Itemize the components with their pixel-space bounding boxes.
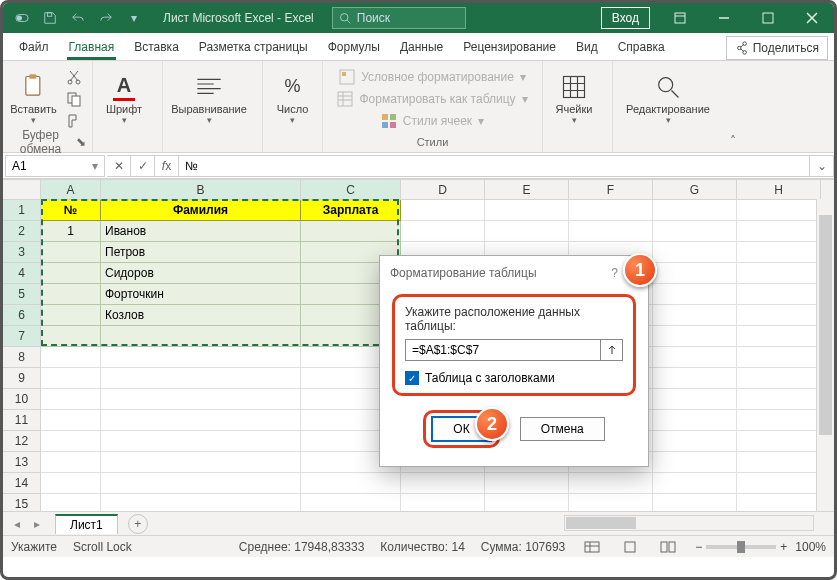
empty-cell[interactable]: [485, 200, 569, 221]
headers-checkbox[interactable]: ✓ Таблица с заголовками: [405, 371, 623, 385]
empty-cell[interactable]: [653, 494, 737, 511]
data-cell[interactable]: [41, 242, 101, 263]
tab-layout[interactable]: Разметка страницы: [189, 34, 318, 60]
data-cell[interactable]: [41, 284, 101, 305]
data-cell[interactable]: [41, 305, 101, 326]
save-icon[interactable]: [39, 7, 61, 29]
conditional-formatting-button[interactable]: Условное форматирование▾: [335, 67, 530, 87]
empty-cell[interactable]: [485, 494, 569, 511]
data-cell[interactable]: [101, 326, 301, 347]
empty-cell[interactable]: [653, 326, 737, 347]
empty-cell[interactable]: [737, 305, 821, 326]
empty-cell[interactable]: [101, 389, 301, 410]
empty-cell[interactable]: [653, 200, 737, 221]
chevron-down-icon[interactable]: ▾: [92, 159, 98, 173]
empty-cell[interactable]: [653, 410, 737, 431]
empty-cell[interactable]: [737, 368, 821, 389]
row-header[interactable]: 15: [3, 494, 41, 511]
empty-cell[interactable]: [653, 368, 737, 389]
column-header[interactable]: D: [401, 180, 485, 200]
redo-icon[interactable]: [95, 7, 117, 29]
vertical-scrollbar[interactable]: [816, 199, 834, 511]
fx-icon[interactable]: fx: [155, 155, 179, 177]
row-header[interactable]: 14: [3, 473, 41, 494]
number-button[interactable]: %Число▾: [269, 66, 316, 132]
cancel-button[interactable]: Отмена: [520, 417, 605, 441]
tab-data[interactable]: Данные: [390, 34, 453, 60]
data-cell[interactable]: [41, 263, 101, 284]
empty-cell[interactable]: [653, 347, 737, 368]
sheet-nav-last-icon[interactable]: ▸: [27, 514, 47, 534]
row-header[interactable]: 12: [3, 431, 41, 452]
collapse-ribbon-icon[interactable]: ˄: [723, 61, 743, 152]
empty-cell[interactable]: [737, 473, 821, 494]
data-cell[interactable]: [41, 326, 101, 347]
name-box[interactable]: A1▾: [5, 155, 105, 177]
data-cell[interactable]: Петров: [101, 242, 301, 263]
empty-cell[interactable]: [569, 473, 653, 494]
empty-cell[interactable]: [101, 410, 301, 431]
horizontal-scrollbar[interactable]: [564, 515, 814, 531]
range-picker-icon[interactable]: [600, 340, 622, 360]
empty-cell[interactable]: [41, 368, 101, 389]
zoom-slider[interactable]: −+ 100%: [695, 540, 826, 554]
header-cell[interactable]: Зарплата: [301, 200, 401, 221]
empty-cell[interactable]: [485, 473, 569, 494]
column-header[interactable]: F: [569, 180, 653, 200]
tab-help[interactable]: Справка: [608, 34, 675, 60]
empty-cell[interactable]: [101, 494, 301, 511]
empty-cell[interactable]: [401, 200, 485, 221]
range-input[interactable]: =$A$1:$C$7: [405, 339, 623, 361]
empty-cell[interactable]: [569, 494, 653, 511]
minimize-icon[interactable]: [702, 3, 746, 33]
empty-cell[interactable]: [101, 431, 301, 452]
ribbon-options-icon[interactable]: [658, 3, 702, 33]
row-header[interactable]: 3: [3, 242, 41, 263]
row-header[interactable]: 7: [3, 326, 41, 347]
empty-cell[interactable]: [41, 431, 101, 452]
empty-cell[interactable]: [737, 494, 821, 511]
column-header[interactable]: H: [737, 180, 821, 200]
empty-cell[interactable]: [653, 452, 737, 473]
empty-cell[interactable]: [101, 452, 301, 473]
page-break-view-icon[interactable]: [657, 538, 679, 556]
tab-review[interactable]: Рецензирование: [453, 34, 566, 60]
sheet-nav-first-icon[interactable]: ◂: [7, 514, 27, 534]
cell-styles-button[interactable]: Стили ячеек▾: [377, 111, 488, 131]
qat-dropdown-icon[interactable]: ▾: [123, 7, 145, 29]
empty-cell[interactable]: [569, 200, 653, 221]
maximize-icon[interactable]: [746, 3, 790, 33]
row-header[interactable]: 9: [3, 368, 41, 389]
tab-formulas[interactable]: Формулы: [318, 34, 390, 60]
normal-view-icon[interactable]: [581, 538, 603, 556]
empty-cell[interactable]: [737, 410, 821, 431]
data-cell[interactable]: 1: [41, 221, 101, 242]
empty-cell[interactable]: [41, 347, 101, 368]
empty-cell[interactable]: [653, 473, 737, 494]
login-button[interactable]: Вход: [601, 7, 650, 29]
column-header[interactable]: B: [101, 180, 301, 200]
empty-cell[interactable]: [653, 431, 737, 452]
empty-cell[interactable]: [101, 473, 301, 494]
row-header[interactable]: 6: [3, 305, 41, 326]
empty-cell[interactable]: [737, 347, 821, 368]
font-button[interactable]: AШрифт▾: [99, 66, 149, 132]
column-header[interactable]: G: [653, 180, 737, 200]
row-header[interactable]: 11: [3, 410, 41, 431]
empty-cell[interactable]: [653, 242, 737, 263]
column-header[interactable]: E: [485, 180, 569, 200]
empty-cell[interactable]: [41, 410, 101, 431]
formula-input[interactable]: №: [179, 155, 810, 177]
page-layout-view-icon[interactable]: [619, 538, 641, 556]
empty-cell[interactable]: [41, 452, 101, 473]
header-cell[interactable]: №: [41, 200, 101, 221]
empty-cell[interactable]: [737, 242, 821, 263]
row-header[interactable]: 10: [3, 389, 41, 410]
tab-file[interactable]: Файл: [9, 34, 59, 60]
empty-cell[interactable]: [737, 284, 821, 305]
empty-cell[interactable]: [301, 473, 401, 494]
empty-cell[interactable]: [653, 305, 737, 326]
copy-icon[interactable]: [62, 89, 86, 109]
empty-cell[interactable]: [737, 326, 821, 347]
cut-icon[interactable]: [62, 67, 86, 87]
